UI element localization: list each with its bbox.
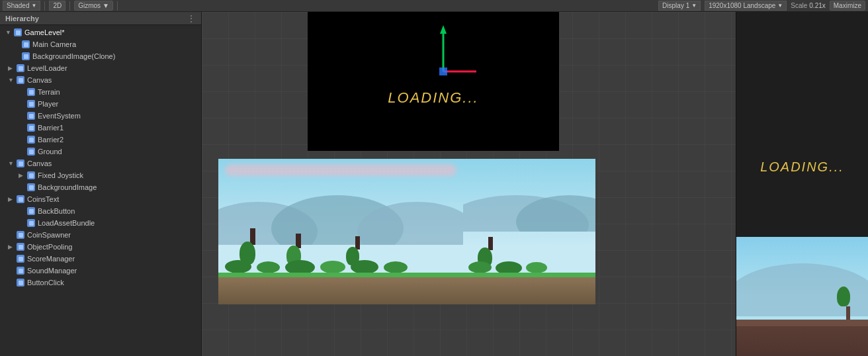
event-system-label: EventSystem	[38, 112, 81, 120]
root-expand-icon[interactable]: ▼	[5, 29, 13, 36]
terrain-icon	[26, 87, 36, 97]
ground-label: Ground	[38, 148, 62, 156]
root-icon	[13, 28, 22, 37]
hierarchy-item-canvas-2[interactable]: ▼ Canvas	[0, 157, 201, 169]
bg-image-label: BackgroundImage	[38, 183, 97, 191]
bg-clone-icon	[21, 52, 30, 61]
level-loader-label: LevelLoader	[27, 64, 67, 72]
display-dropdown[interactable]: Display 1 ▼	[658, 1, 701, 11]
maximize-label: Maximize	[834, 2, 861, 9]
hierarchy-root[interactable]: ▼ GameLevel*	[0, 26, 201, 38]
coin-spawner-icon	[16, 230, 25, 240]
top-toolbar: Shaded ▼ 2D Gizmos ▼ Display 1 ▼ 1920x10…	[0, 0, 868, 12]
coins-text-icon	[16, 195, 25, 204]
sound-manager-label: SoundManager	[27, 267, 77, 275]
loading-screen: LOADING...	[308, 12, 559, 151]
hierarchy-item-event-system[interactable]: EventSystem	[0, 110, 201, 122]
player-label: Player	[38, 100, 58, 108]
maximize-btn[interactable]: Maximize	[830, 1, 865, 11]
hierarchy-item-object-pooling[interactable]: ▶ ObjectPooling	[0, 241, 201, 253]
hierarchy-item-background-image[interactable]: BackgroundImage	[0, 181, 201, 193]
right-ground-top	[736, 320, 868, 326]
fixed-joystick-icon	[26, 171, 36, 180]
gizmos-btn[interactable]: Gizmos ▼	[74, 1, 113, 11]
score-manager-icon	[16, 254, 25, 263]
barrier2-icon	[26, 135, 36, 144]
ground-right	[463, 273, 595, 304]
gizmo-svg	[410, 22, 476, 88]
main-content: Hierarchy ⋮ ▼ GameLevel* Main Camera	[0, 12, 868, 356]
hierarchy-item-player[interactable]: Player	[0, 98, 201, 110]
back-button-icon	[26, 206, 36, 216]
hierarchy-item-coins-text[interactable]: ▶ CoinsText	[0, 193, 201, 205]
resolution-dropdown[interactable]: 1920x1080 Landscape ▼	[705, 1, 787, 11]
game-bg-area-right	[463, 159, 595, 304]
hills-svg-right	[463, 179, 595, 232]
hierarchy-title: Hierarchy	[5, 15, 39, 22]
hierarchy-item-barrier2[interactable]: Barrier2	[0, 134, 201, 146]
scene-viewport[interactable]: LOADING...	[202, 12, 736, 356]
right-tree	[842, 287, 855, 320]
game-bg-area	[218, 159, 463, 304]
hierarchy-item-button-click[interactable]: ButtonClick	[0, 277, 201, 289]
canvas-1-label: Canvas	[27, 76, 52, 84]
hierarchy-item-canvas-1[interactable]: ▼ Canvas	[0, 74, 201, 86]
main-camera-icon	[21, 40, 30, 49]
back-button-label: BackButton	[38, 207, 75, 215]
coin-spawner-label: CoinSpawner	[27, 231, 71, 239]
hierarchy-item-sound-manager[interactable]: SoundManager	[0, 265, 201, 277]
barrier1-label: Barrier1	[38, 124, 64, 132]
cloud-strip	[225, 164, 456, 176]
canvas-2-expand-icon[interactable]: ▼	[8, 160, 16, 167]
hierarchy-item-ground[interactable]: Ground	[0, 146, 201, 157]
hierarchy-item-fixed-joystick[interactable]: ▶ Fixed Joystick	[0, 169, 201, 181]
load-asset-label: LoadAssetBundle	[38, 219, 95, 227]
scale-label: Scale	[791, 2, 807, 9]
hierarchy-item-bg-clone[interactable]: BackgroundImage(Clone)	[0, 50, 201, 62]
fixed-joystick-label: Fixed Joystick	[38, 171, 83, 179]
right-game-preview	[736, 237, 868, 356]
load-asset-icon	[26, 218, 36, 228]
score-manager-label: ScoreManager	[27, 255, 75, 263]
object-pooling-label: ObjectPooling	[27, 243, 73, 251]
twod-dropdown[interactable]: 2D	[49, 1, 65, 11]
player-icon	[26, 99, 36, 109]
hierarchy-item-main-camera[interactable]: Main Camera	[0, 38, 201, 50]
hierarchy-item-coin-spawner[interactable]: CoinSpawner	[0, 229, 201, 241]
hierarchy-item-level-loader[interactable]: ▶ LevelLoader	[0, 62, 201, 74]
coins-text-expand-icon[interactable]: ▶	[8, 196, 16, 202]
separator-3	[117, 1, 118, 11]
coins-text-label: CoinsText	[27, 195, 59, 203]
game-ground-bar	[218, 273, 463, 304]
hierarchy-item-load-asset-bundle[interactable]: LoadAssetBundle	[0, 217, 201, 229]
separator-1	[44, 1, 45, 11]
hierarchy-item-barrier1[interactable]: Barrier1	[0, 122, 201, 134]
button-click-icon	[16, 278, 25, 287]
shaded-label: Shaded	[7, 2, 29, 9]
hierarchy-item-terrain[interactable]: Terrain	[0, 86, 201, 98]
event-system-icon	[26, 111, 36, 120]
barrier1-icon	[26, 123, 36, 132]
right-ground	[736, 320, 868, 356]
fixed-joystick-expand-icon[interactable]: ▶	[19, 172, 26, 179]
gizmos-label: Gizmos	[78, 2, 101, 9]
display-label: Display 1	[662, 2, 689, 9]
bg-image-icon	[26, 183, 36, 192]
level-loader-expand-icon[interactable]: ▶	[8, 65, 16, 71]
root-label: GameLevel*	[24, 28, 65, 36]
canvas-1-expand-icon[interactable]: ▼	[8, 77, 16, 83]
right-panel: LOADING...	[736, 12, 868, 356]
canvas-2-icon	[16, 159, 25, 168]
shaded-dropdown[interactable]: Shaded ▼	[3, 1, 40, 11]
main-camera-label: Main Camera	[32, 40, 76, 48]
hierarchy-item-back-button[interactable]: BackButton	[0, 205, 201, 217]
resolution-label: 1920x1080 Landscape	[709, 2, 775, 9]
svg-rect-7	[439, 67, 447, 75]
hierarchy-item-score-manager[interactable]: ScoreManager	[0, 253, 201, 265]
bg-clone-label: BackgroundImage(Clone)	[32, 52, 115, 60]
hierarchy-content[interactable]: ▼ GameLevel* Main Camera	[0, 25, 201, 356]
object-pooling-expand-icon[interactable]: ▶	[8, 244, 16, 250]
scene-loading-text: LOADING...	[388, 89, 478, 107]
object-pooling-icon	[16, 242, 25, 251]
hierarchy-menu-icon[interactable]: ⋮	[187, 13, 196, 24]
